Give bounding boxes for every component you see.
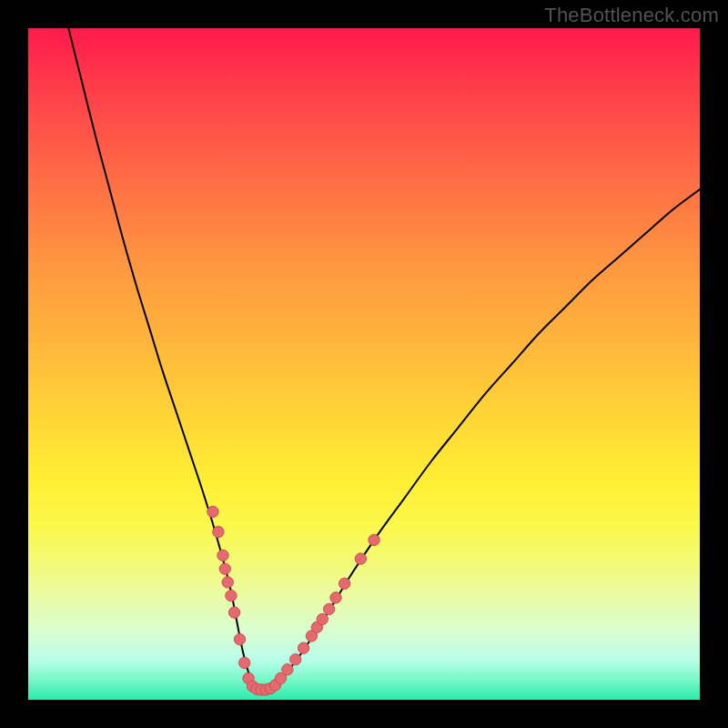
watermark-text: TheBottleneck.com bbox=[544, 4, 719, 27]
plot-area bbox=[28, 28, 700, 700]
data-dots bbox=[28, 28, 700, 700]
